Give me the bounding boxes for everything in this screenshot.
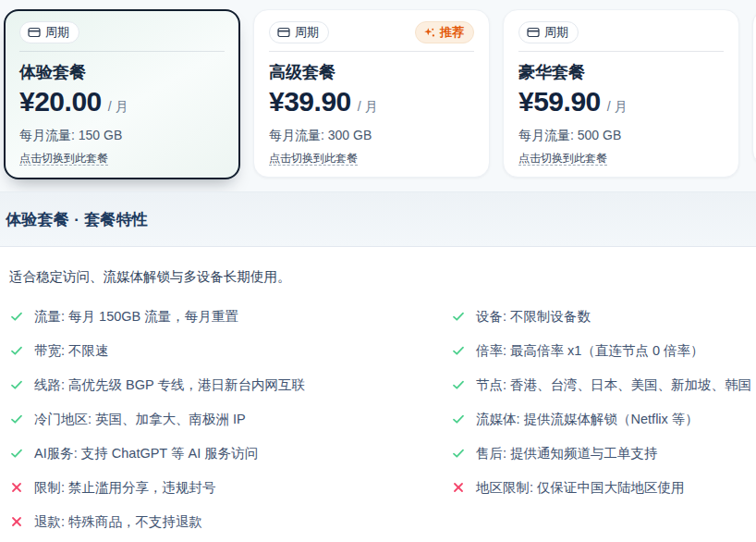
- feature-text: 退款: 特殊商品，不支持退款: [34, 513, 202, 531]
- plan-card[interactable]: 周期 豪华套餐 ¥59.90 / 月 每月流量: 500 GB 点击切换到此套餐: [503, 9, 739, 178]
- plan-name: 豪华套餐: [518, 61, 724, 83]
- feature-item: 设备: 不限制设备数: [451, 306, 751, 326]
- feature-text: 流媒体: 提供流媒体解锁（Netflix 等）: [476, 411, 699, 428]
- x-icon: [452, 481, 465, 494]
- check-icon: [9, 309, 24, 324]
- cycle-badge: 周期: [19, 21, 79, 43]
- feature-icon-box: [451, 343, 466, 358]
- feature-item: 退款: 特殊商品，不支持退款: [9, 511, 451, 532]
- feature-text: 线路: 高优先级 BGP 专线，港日新台内网互联: [34, 376, 305, 394]
- feature-icon-box: [451, 309, 466, 324]
- credit-card-icon: [277, 27, 290, 38]
- feature-text: 冷门地区: 英国、加拿大、南极洲 IP: [34, 411, 246, 428]
- check-icon: [451, 309, 466, 324]
- feature-icon-box: [9, 412, 24, 426]
- plan-price-row: ¥39.90 / 月: [269, 86, 474, 122]
- plan-traffic: 每月流量: 500 GB: [518, 126, 724, 144]
- feature-item: 带宽: 不限速: [9, 340, 451, 361]
- cycle-badge-label: 周期: [295, 25, 319, 40]
- plan-card[interactable]: 周期 体验套餐 ¥20.00 / 月 每月流量: 150 GB 点击切换到此套餐: [4, 9, 240, 179]
- feature-text: 流量: 每月 150GB 流量，每月重置: [34, 308, 238, 326]
- feature-icon-box: [9, 309, 24, 324]
- plan-price: ¥20.00: [19, 86, 102, 117]
- check-icon: [9, 377, 24, 392]
- plan-price: ¥39.90: [269, 86, 351, 117]
- sparkles-icon: [423, 27, 435, 39]
- feature-icon-box: [9, 343, 24, 358]
- cycle-badge-label: 周期: [544, 25, 568, 40]
- feature-item: 售后: 提供通知频道与工单支持: [451, 443, 751, 463]
- plan-price-row: ¥59.90 / 月: [518, 86, 724, 122]
- card-divider: [269, 51, 474, 52]
- check-icon: [9, 343, 24, 358]
- plan-cards-section: 周期 体验套餐 ¥20.00 / 月 每月流量: 150 GB 点击切换到此套餐…: [0, 0, 756, 191]
- feature-text: 带宽: 不限速: [34, 342, 109, 360]
- recommended-badge: 推荐: [415, 21, 474, 43]
- feature-item: 流媒体: 提供流媒体解锁（Netflix 等）: [451, 409, 751, 429]
- feature-icon-box: [9, 480, 24, 495]
- feature-text: 倍率: 最高倍率 x1（直连节点 0 倍率）: [476, 342, 704, 360]
- cycle-badge-label: 周期: [45, 25, 69, 40]
- card-divider: [518, 51, 724, 52]
- plan-name: 体验套餐: [19, 61, 225, 83]
- plan-price-period: / 月: [607, 91, 628, 122]
- plan-badge-row: 周期: [518, 21, 724, 43]
- x-icon: [10, 481, 23, 494]
- check-icon: [451, 446, 466, 461]
- plan-traffic: 每月流量: 300 GB: [269, 126, 474, 144]
- feature-icon-box: [9, 514, 24, 529]
- feature-icon-box: [9, 446, 24, 461]
- feature-item: 倍率: 最高倍率 x1（直连节点 0 倍率）: [451, 340, 751, 361]
- plan-traffic-value: 300 GB: [328, 128, 372, 142]
- feature-item: AI服务: 支持 ChatGPT 等 AI 服务访问: [9, 443, 451, 463]
- plan-name: 高级套餐: [269, 61, 474, 83]
- plan-cards-row: 周期 体验套餐 ¥20.00 / 月 每月流量: 150 GB 点击切换到此套餐…: [4, 9, 756, 179]
- check-icon: [451, 412, 466, 426]
- plan-traffic-value: 500 GB: [578, 128, 621, 142]
- plan-price-period: / 月: [358, 91, 378, 122]
- x-icon: [10, 515, 23, 528]
- plan-price-row: ¥20.00 / 月: [19, 86, 225, 122]
- feature-icon-box: [451, 446, 466, 461]
- cycle-badge: 周期: [518, 21, 579, 43]
- features-column-right: 设备: 不限制设备数 倍率: 最高倍率 x1（直连节点 0 倍率） 节点: 香港…: [451, 306, 751, 532]
- feature-item: 线路: 高优先级 BGP 专线，港日新台内网互联: [9, 375, 451, 395]
- recommended-badge-label: 推荐: [440, 25, 464, 40]
- check-icon: [451, 377, 466, 392]
- plan-traffic: 每月流量: 150 GB: [19, 126, 225, 144]
- cycle-badge: 周期: [269, 21, 329, 43]
- features-column-left: 流量: 每月 150GB 流量，每月重置 带宽: 不限速 线路: 高优先级 BG…: [9, 306, 451, 532]
- plan-badge-row: 周期 推荐: [269, 21, 474, 43]
- feature-text: 节点: 香港、台湾、日本、美国、新加坡、韩国: [476, 376, 751, 394]
- feature-text: 设备: 不限制设备数: [476, 308, 591, 326]
- plan-traffic-label: 每月流量:: [269, 128, 324, 142]
- plan-description: 适合稳定访问、流媒体解锁与多设备长期使用。: [9, 267, 756, 286]
- plan-traffic-label: 每月流量:: [19, 128, 75, 142]
- plan-price: ¥59.90: [518, 86, 601, 117]
- plan-card-partial[interactable]: [752, 9, 756, 166]
- check-icon: [451, 343, 466, 358]
- plan-traffic-value: 150 GB: [79, 128, 122, 142]
- features-section-title: 体验套餐 · 套餐特性: [6, 209, 148, 230]
- feature-text: 售后: 提供通知频道与工单支持: [476, 445, 658, 462]
- feature-icon-box: [451, 412, 466, 426]
- feature-text: 限制: 禁止滥用分享，违规封号: [34, 479, 216, 497]
- check-icon: [9, 446, 24, 461]
- plan-card[interactable]: 周期 推荐 高级套餐 ¥39.90 / 月 每月流量: 300 GB 点击切换到…: [253, 9, 490, 178]
- feature-item: 地区限制: 仅保证中国大陆地区使用: [451, 477, 751, 498]
- feature-item: 节点: 香港、台湾、日本、美国、新加坡、韩国: [451, 375, 751, 395]
- credit-card-icon: [527, 27, 540, 38]
- feature-text: AI服务: 支持 ChatGPT 等 AI 服务访问: [34, 445, 258, 462]
- feature-text: 地区限制: 仅保证中国大陆地区使用: [476, 479, 685, 497]
- features-section-header: 体验套餐 · 套餐特性: [0, 191, 756, 247]
- switch-plan-link[interactable]: 点击切换到此套餐: [269, 151, 358, 166]
- plan-traffic-label: 每月流量:: [518, 128, 574, 142]
- feature-item: 限制: 禁止滥用分享，违规封号: [9, 477, 451, 498]
- switch-plan-link[interactable]: 点击切换到此套餐: [518, 151, 607, 166]
- card-divider: [19, 51, 225, 52]
- feature-icon-box: [451, 377, 466, 392]
- credit-card-icon: [28, 27, 41, 38]
- feature-item: 冷门地区: 英国、加拿大、南极洲 IP: [9, 409, 451, 429]
- switch-plan-link[interactable]: 点击切换到此套餐: [19, 151, 108, 166]
- check-icon: [9, 412, 24, 426]
